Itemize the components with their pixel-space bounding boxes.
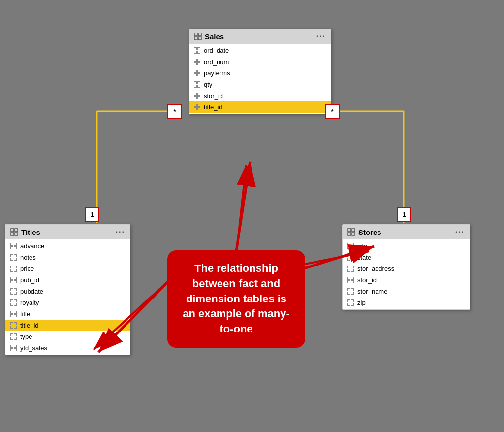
- sales-row-title_id: title_id: [189, 101, 331, 113]
- svg-rect-48: [11, 258, 13, 260]
- titles-table-title: Titles: [21, 228, 40, 236]
- stores-row-zip: zip: [343, 297, 470, 308]
- svg-rect-49: [14, 258, 17, 260]
- svg-rect-107: [351, 299, 354, 302]
- svg-rect-86: [348, 243, 350, 245]
- sales-row-qty: qty: [189, 79, 331, 90]
- titles-row-ytd_sales: ytd_sales: [5, 342, 130, 354]
- svg-rect-55: [14, 277, 17, 279]
- svg-rect-96: [348, 269, 350, 271]
- svg-rect-45: [14, 246, 17, 249]
- svg-rect-19: [198, 59, 200, 61]
- sales-row-ord_date: ord_date: [189, 45, 331, 56]
- svg-rect-28: [194, 85, 197, 87]
- svg-rect-50: [11, 266, 13, 268]
- stores-table-header: Stores ···: [343, 225, 470, 239]
- svg-rect-32: [194, 96, 197, 99]
- svg-rect-22: [194, 70, 197, 72]
- svg-rect-92: [348, 258, 350, 260]
- stores-table: Stores ··· city state stor_address stor_…: [342, 224, 470, 310]
- svg-line-113: [236, 162, 250, 251]
- svg-rect-41: [15, 233, 18, 235]
- svg-rect-36: [194, 107, 197, 110]
- sales-table-menu[interactable]: ···: [316, 32, 326, 41]
- svg-rect-108: [348, 303, 350, 305]
- svg-rect-94: [348, 266, 350, 268]
- titles-row-type: type: [5, 331, 130, 342]
- svg-rect-76: [11, 337, 13, 339]
- sales-left-star-badge: *: [167, 104, 182, 119]
- titles-table-menu[interactable]: ···: [116, 228, 125, 236]
- sales-table-body: ord_date ord_num payterms qty stor_id ti…: [189, 44, 331, 114]
- sales-right-star-badge: *: [325, 104, 340, 119]
- titles-table-header: Titles ···: [5, 225, 130, 239]
- titles-row-pub_id: pub_id: [5, 274, 130, 286]
- svg-rect-52: [11, 269, 13, 271]
- svg-rect-46: [11, 254, 13, 257]
- svg-rect-25: [198, 73, 200, 76]
- svg-rect-58: [11, 288, 13, 291]
- svg-rect-64: [11, 303, 13, 305]
- svg-rect-15: [198, 47, 200, 50]
- svg-rect-11: [198, 33, 201, 36]
- sales-table-header: Sales ···: [189, 29, 331, 44]
- svg-rect-42: [11, 243, 13, 245]
- titles-table-icon: [10, 228, 18, 236]
- svg-rect-34: [194, 104, 197, 106]
- sales-row-stor_id: stor_id: [189, 90, 331, 101]
- svg-rect-16: [194, 51, 197, 53]
- svg-rect-103: [351, 288, 354, 291]
- sales-table: Sales ··· ord_date ord_num payterms qty …: [189, 29, 331, 114]
- svg-rect-40: [11, 233, 14, 235]
- svg-rect-53: [14, 269, 17, 271]
- svg-rect-63: [14, 299, 17, 302]
- svg-rect-12: [194, 37, 197, 40]
- svg-rect-23: [198, 70, 200, 72]
- titles-row-price: price: [5, 263, 130, 274]
- sales-row-ord_num: ord_num: [189, 56, 331, 67]
- svg-rect-35: [198, 104, 200, 106]
- svg-rect-109: [351, 303, 354, 305]
- svg-rect-97: [351, 269, 354, 271]
- svg-rect-61: [14, 292, 17, 294]
- svg-rect-51: [14, 266, 17, 268]
- titles-row-royalty: royalty: [5, 297, 130, 308]
- svg-rect-18: [194, 59, 197, 61]
- svg-rect-87: [351, 243, 354, 245]
- stores-row-stor_address: stor_address: [343, 263, 470, 274]
- svg-rect-24: [194, 73, 197, 76]
- svg-rect-60: [11, 292, 13, 294]
- stores-row-city: city: [343, 240, 470, 252]
- svg-rect-47: [14, 254, 17, 257]
- svg-rect-83: [352, 229, 355, 232]
- svg-rect-44: [11, 246, 13, 249]
- titles-table: Titles ··· advance notes price pub_id pu…: [5, 224, 130, 355]
- svg-rect-38: [11, 229, 14, 232]
- svg-rect-101: [351, 280, 354, 283]
- svg-rect-105: [351, 292, 354, 294]
- svg-rect-77: [14, 337, 17, 339]
- svg-rect-79: [14, 345, 17, 347]
- svg-rect-82: [348, 229, 351, 232]
- svg-rect-91: [351, 254, 354, 257]
- svg-rect-95: [351, 266, 354, 268]
- svg-rect-73: [14, 326, 17, 328]
- callout-text: The relationship between fact and dimens…: [183, 262, 290, 335]
- svg-rect-27: [198, 81, 200, 84]
- svg-rect-20: [194, 62, 197, 65]
- stores-table-menu[interactable]: ···: [455, 228, 465, 236]
- stores-row-stor_name: stor_name: [343, 286, 470, 297]
- titles-row-notes: notes: [5, 252, 130, 263]
- svg-line-7: [236, 165, 246, 256]
- stores-table-title: Stores: [358, 228, 381, 236]
- titles-row-title_id: title_id: [5, 320, 130, 331]
- sales-row-payterms: payterms: [189, 67, 331, 79]
- svg-rect-39: [15, 229, 18, 232]
- stores-table-body: city state stor_address stor_id stor_nam…: [343, 239, 470, 309]
- svg-rect-99: [351, 277, 354, 279]
- svg-rect-21: [198, 62, 200, 65]
- svg-rect-57: [14, 280, 17, 283]
- svg-rect-72: [11, 326, 13, 328]
- svg-rect-68: [11, 314, 13, 317]
- sales-table-icon: [194, 33, 202, 40]
